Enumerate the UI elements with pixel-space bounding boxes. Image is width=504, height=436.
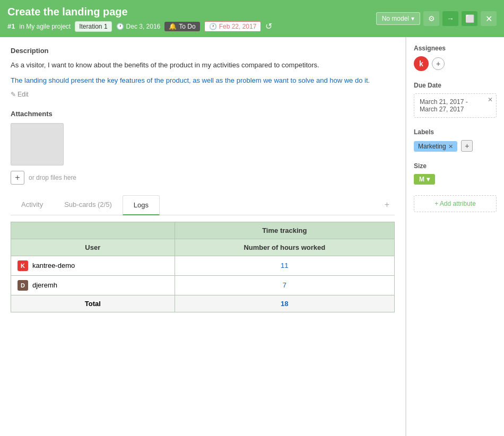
due-date-badge[interactable]: 🕐 Feb 22, 2017 bbox=[204, 21, 262, 32]
labels-label: Labels bbox=[414, 128, 497, 136]
login-button[interactable]: → bbox=[442, 11, 458, 26]
size-label: Size bbox=[414, 162, 497, 170]
screen-button[interactable]: ⬜ bbox=[462, 11, 477, 26]
upload-area: + or drop files here bbox=[11, 171, 395, 185]
total-label: Total bbox=[11, 295, 175, 312]
history-icon[interactable]: ↺ bbox=[265, 21, 272, 31]
tab-logs[interactable]: Logs bbox=[123, 195, 160, 215]
close-button[interactable]: ✕ bbox=[481, 11, 497, 26]
page-header: Create the landing page #1 in My agile p… bbox=[0, 0, 504, 37]
edit-link[interactable]: ✎ Edit bbox=[11, 91, 395, 98]
due-date-label: Due Date bbox=[414, 82, 497, 89]
user-name: djeremh bbox=[32, 281, 57, 289]
page-title: Create the landing page bbox=[7, 6, 272, 18]
user-cell: Kkantree-demo bbox=[11, 256, 175, 275]
due-date-close-button[interactable]: ✕ bbox=[488, 96, 493, 103]
description-title: Description bbox=[11, 47, 395, 55]
size-section: Size M ▾ bbox=[414, 162, 497, 185]
attachment-thumbnail bbox=[11, 123, 64, 165]
tabs-bar: Activity Sub-cards (2/5) Logs + bbox=[11, 195, 395, 215]
attachments-title: Attachments bbox=[11, 110, 395, 118]
col-user-subheader: User bbox=[11, 239, 175, 256]
add-label-button[interactable]: + bbox=[461, 140, 473, 152]
close-icon: ✕ bbox=[485, 14, 492, 24]
label-tag: Marketing ✕ bbox=[414, 141, 457, 152]
tab-activity[interactable]: Activity bbox=[11, 195, 54, 215]
screen-icon: ⬜ bbox=[465, 14, 474, 23]
pencil-icon: ✎ bbox=[11, 91, 16, 98]
description-para1: As a visitor, I want to know about the b… bbox=[11, 60, 395, 71]
label-name: Marketing bbox=[418, 143, 446, 150]
description-section: Description As a visitor, I want to know… bbox=[11, 47, 395, 98]
total-row: Total18 bbox=[11, 295, 395, 312]
due-date-box[interactable]: March 21, 2017 -March 27, 2017 ✕ bbox=[414, 93, 497, 118]
labels-section: Labels Marketing ✕ + bbox=[414, 128, 497, 152]
user-name: kantree-demo bbox=[32, 261, 75, 269]
due-clock-icon: 🕐 bbox=[209, 23, 217, 30]
upload-button[interactable]: + bbox=[11, 171, 24, 185]
assignees-row: k + bbox=[414, 56, 497, 71]
main-content: Description As a visitor, I want to know… bbox=[0, 37, 504, 436]
tab-add-button[interactable]: + bbox=[379, 197, 395, 213]
chevron-down-icon: ▾ bbox=[427, 176, 430, 183]
user-cell: Ddjeremh bbox=[11, 275, 175, 295]
start-date: 🕐 Dec 3, 2016 bbox=[116, 23, 161, 30]
due-date-section: Due Date March 21, 2017 -March 27, 2017 … bbox=[414, 82, 497, 118]
hours-cell: 7 bbox=[175, 275, 394, 295]
table-header-row: Time tracking bbox=[11, 222, 395, 239]
description-para2: The landing should present the key featu… bbox=[11, 75, 395, 86]
header-right: No model ▾ ⚙ → ⬜ ✕ bbox=[376, 11, 497, 26]
status-badge[interactable]: 🔔 To Do bbox=[164, 22, 199, 31]
add-attribute-button[interactable]: + Add attribute bbox=[414, 195, 497, 212]
iteration-badge[interactable]: Iteration 1 bbox=[75, 21, 111, 32]
bell-icon: 🔔 bbox=[169, 23, 177, 30]
assignees-label: Assignees bbox=[414, 45, 497, 52]
gear-icon: ⚙ bbox=[428, 14, 435, 23]
hours-cell: 11 bbox=[175, 256, 394, 275]
no-model-button[interactable]: No model ▾ bbox=[376, 12, 420, 25]
project-label: in My agile project bbox=[19, 23, 71, 30]
labels-row: Marketing ✕ + bbox=[414, 140, 497, 152]
add-assignee-button[interactable]: + bbox=[432, 57, 445, 70]
col-hours-subheader: Number of hours worked bbox=[175, 239, 394, 256]
col-user-header bbox=[11, 222, 175, 239]
header-left: Create the landing page #1 in My agile p… bbox=[7, 6, 272, 32]
total-hours: 18 bbox=[175, 295, 394, 312]
clock-icon: 🕐 bbox=[116, 23, 124, 30]
assignees-section: Assignees k + bbox=[414, 45, 497, 71]
drop-label: or drop files here bbox=[29, 174, 76, 181]
chevron-down-icon: ▾ bbox=[411, 15, 414, 22]
logs-table: Time tracking User Number of hours worke… bbox=[11, 222, 395, 312]
issue-number: #1 bbox=[7, 22, 15, 30]
right-panel: Assignees k + Due Date March 21, 2017 -M… bbox=[406, 37, 504, 436]
table-row: Kkantree-demo11 bbox=[11, 256, 395, 275]
table-subheader-row: User Number of hours worked bbox=[11, 239, 395, 256]
settings-button[interactable]: ⚙ bbox=[423, 11, 439, 26]
attachments-section: Attachments + or drop files here bbox=[11, 110, 395, 185]
tabs-section: Activity Sub-cards (2/5) Logs + Time tra… bbox=[11, 195, 395, 312]
avatar: k bbox=[414, 56, 429, 71]
left-panel: Description As a visitor, I want to know… bbox=[0, 37, 406, 436]
label-remove-button[interactable]: ✕ bbox=[448, 143, 453, 150]
col-timetracking-header: Time tracking bbox=[175, 222, 394, 239]
arrow-right-icon: → bbox=[447, 14, 454, 23]
table-row: Ddjeremh7 bbox=[11, 275, 395, 295]
due-date-value: March 21, 2017 -March 27, 2017 bbox=[420, 98, 468, 113]
user-avatar: K bbox=[18, 260, 28, 271]
size-badge[interactable]: M ▾ bbox=[414, 174, 435, 185]
user-avatar: D bbox=[18, 280, 28, 291]
tab-subcards[interactable]: Sub-cards (2/5) bbox=[54, 195, 123, 215]
header-meta: #1 in My agile project Iteration 1 🕐 Dec… bbox=[7, 21, 272, 32]
